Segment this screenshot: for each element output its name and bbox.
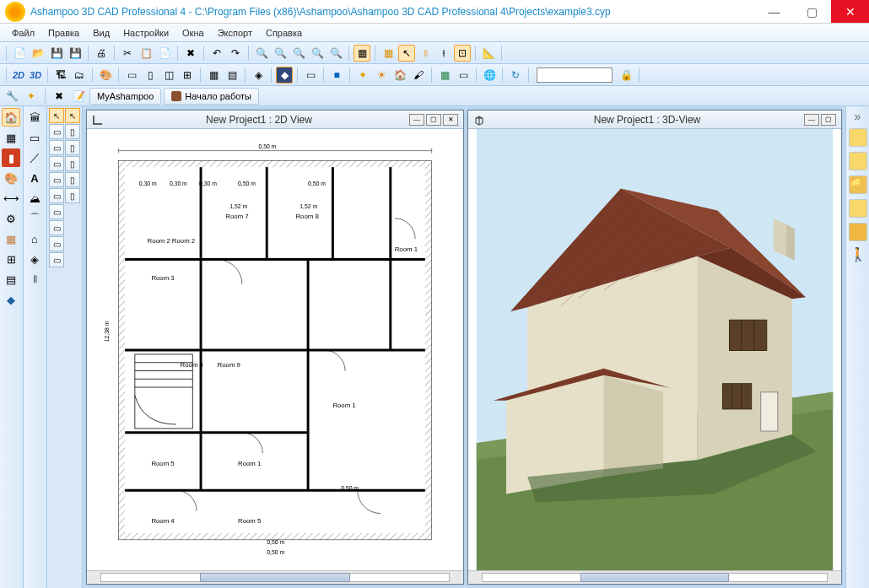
ts-8a[interactable]: ▭ <box>49 236 64 251</box>
layout2-icon[interactable]: ▯ <box>142 67 159 84</box>
menu-help[interactable]: Справка <box>261 26 307 40</box>
material-tool-icon[interactable]: 🎨 <box>2 169 20 187</box>
canvas-2d[interactable]: 0,50 m 0,30 m 0,30 m 0,30 m 0,50 m 0,50 … <box>87 129 463 570</box>
view-3d-max[interactable]: ▢ <box>821 114 836 126</box>
open-file-icon[interactable]: 📂 <box>30 45 46 62</box>
house-tool-icon[interactable]: 🏠 <box>2 108 20 127</box>
snap-point-icon[interactable]: ⊡ <box>454 45 471 62</box>
ts-1b[interactable]: ▯ <box>65 124 80 139</box>
layers-tool-icon[interactable]: ▤ <box>2 270 20 289</box>
terrain-tool-icon[interactable]: ⛰ <box>25 189 44 208</box>
ts-5a[interactable]: ▭ <box>49 188 64 203</box>
scrollbar-2d-h[interactable] <box>87 570 463 584</box>
snap-angle-icon[interactable]: 📐 <box>480 45 497 62</box>
ts-3b[interactable]: ▯ <box>65 156 80 171</box>
mode-2d-button[interactable]: 2D <box>11 70 26 80</box>
line-tool-icon[interactable]: ／ <box>25 148 44 167</box>
ts-pointer-icon[interactable]: ↖ <box>49 108 64 123</box>
wand-icon[interactable]: ✦ <box>23 88 40 105</box>
tab-getstarted[interactable]: Начало работы <box>164 88 259 105</box>
doc-x-icon[interactable]: ✖ <box>51 88 67 105</box>
color-icon[interactable]: ■ <box>328 67 345 84</box>
menu-export[interactable]: Экспорт <box>213 26 257 40</box>
layout4-icon[interactable]: ⊞ <box>179 67 196 84</box>
catalog-icon-4[interactable] <box>849 223 867 241</box>
zoom-out-icon[interactable]: 🔍 <box>272 45 289 62</box>
grid-icon[interactable]: ▦ <box>380 45 397 62</box>
catalog-icon-1[interactable] <box>849 128 867 147</box>
new-file-icon[interactable]: 📄 <box>11 45 28 62</box>
texture-tool-icon[interactable]: ▦ <box>2 229 20 248</box>
survey-icon[interactable]: ▭ <box>455 67 472 84</box>
zoom-all-icon[interactable]: 🔍 <box>327 45 344 62</box>
ts-arrow-icon[interactable]: ↖ <box>65 108 80 123</box>
ts-3a[interactable]: ▭ <box>49 156 64 171</box>
ts-5b[interactable]: ▯ <box>65 188 80 203</box>
catalog-icon-2[interactable] <box>849 152 867 170</box>
render-icon[interactable]: ◆ <box>276 67 293 84</box>
window-tile-icon[interactable]: ▦ <box>205 67 222 84</box>
folder-icon[interactable]: 📁 <box>849 175 867 194</box>
zoom-region-icon[interactable]: 🔍 <box>309 45 326 62</box>
house3d-tool-icon[interactable]: 🏛 <box>25 108 44 127</box>
view-2d-close[interactable]: ✕ <box>443 114 458 126</box>
redo-icon[interactable]: ↷ <box>227 45 244 62</box>
object-tool-icon[interactable]: ◆ <box>2 290 20 309</box>
menu-windows[interactable]: Окна <box>177 26 209 40</box>
view-struct-icon[interactable]: 🏗 <box>52 67 69 84</box>
snap-line-icon[interactable]: ⫲ <box>435 45 452 62</box>
menu-settings[interactable]: Настройки <box>118 26 174 40</box>
grid2-tool-icon[interactable]: ⊞ <box>2 250 20 268</box>
cursor-icon[interactable]: ↖ <box>398 45 415 62</box>
roof-tool-icon[interactable]: ⌂ <box>25 229 44 248</box>
ts-4b[interactable]: ▯ <box>65 172 80 187</box>
view-materials-icon[interactable]: 🎨 <box>97 67 114 84</box>
cube-icon[interactable]: ◈ <box>250 67 267 84</box>
print-icon[interactable]: 🖨 <box>93 45 110 62</box>
star-icon[interactable]: ✦ <box>354 67 371 84</box>
paste-icon[interactable]: 📄 <box>156 45 173 62</box>
view-2d-min[interactable]: — <box>409 114 424 126</box>
ts-1a[interactable]: ▭ <box>49 124 64 139</box>
view-2d-max[interactable]: ▢ <box>426 114 441 126</box>
ts-6a[interactable]: ▭ <box>49 204 64 219</box>
text-tool-icon[interactable]: A <box>25 169 44 187</box>
measure-icon[interactable]: ▦ <box>436 67 453 84</box>
home-icon[interactable]: 🏠 <box>391 67 408 84</box>
zoom-in-icon[interactable]: 🔍 <box>253 45 270 62</box>
brush-icon[interactable]: 🖌 <box>410 67 427 84</box>
canvas-3d[interactable] <box>468 129 841 570</box>
tab-myashampoo[interactable]: MyAshampoo <box>89 88 161 105</box>
catalog-icon-3[interactable] <box>849 199 867 218</box>
save-icon[interactable]: 💾 <box>48 45 65 62</box>
ts-9a[interactable]: ▭ <box>49 252 64 267</box>
view-3d-min[interactable]: — <box>804 114 819 126</box>
gear-tool-icon[interactable]: ⚙ <box>2 209 20 228</box>
window-tool-icon[interactable]: ▭ <box>25 128 44 147</box>
layout1-icon[interactable]: ▭ <box>123 67 140 84</box>
doc-edit-icon[interactable]: 📝 <box>70 88 87 105</box>
refresh-icon[interactable]: ↻ <box>507 67 524 84</box>
cube-tool-icon[interactable]: ◈ <box>25 250 44 268</box>
globe-icon[interactable]: 🌐 <box>481 67 498 84</box>
ts-4a[interactable]: ▭ <box>49 172 64 187</box>
zoom-fit-icon[interactable]: 🔍 <box>290 45 307 62</box>
menu-view[interactable]: Вид <box>88 26 115 40</box>
arc-tool-icon[interactable]: ⌒ <box>25 209 44 228</box>
expand-icon[interactable]: » <box>855 110 861 123</box>
sun-icon[interactable]: ☀ <box>373 67 390 84</box>
close-button[interactable]: ✕ <box>831 0 869 23</box>
grid-tool-icon[interactable]: ▦ <box>2 128 20 147</box>
ts-2a[interactable]: ▭ <box>49 140 64 155</box>
lock-icon[interactable]: 🔒 <box>618 67 634 84</box>
layer-combo[interactable] <box>537 67 613 83</box>
delete-icon[interactable]: ✖ <box>182 45 199 62</box>
ts-2b[interactable]: ▯ <box>65 140 80 155</box>
ts-7a[interactable]: ▭ <box>49 220 64 235</box>
copy-icon[interactable]: 📋 <box>138 45 154 62</box>
undo-icon[interactable]: ↶ <box>208 45 225 62</box>
view-layers-icon[interactable]: 🗂 <box>71 67 88 84</box>
cut-icon[interactable]: ✂ <box>119 45 136 62</box>
menu-file[interactable]: Файл <box>7 26 40 40</box>
scrollbar-3d-h[interactable] <box>468 570 841 584</box>
